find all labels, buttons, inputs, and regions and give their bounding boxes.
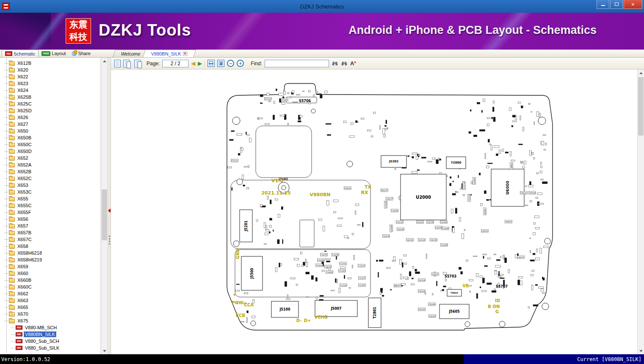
tree-folder-x658[interactable]: X658 — [4, 243, 100, 250]
close-button[interactable]: ✕ — [624, 0, 642, 9]
folder-tree: X612BX620X622X623X624X625BX625CX625DX626… — [0, 58, 100, 351]
tree-guide — [4, 314, 8, 314]
folder-icon — [9, 156, 15, 161]
find-input[interactable] — [265, 60, 329, 67]
tree-guide — [4, 300, 8, 301]
folder-icon — [9, 61, 15, 66]
tree-folder-x662[interactable]: X662 — [4, 290, 100, 297]
tab-layout[interactable]: PADS Layout — [39, 50, 69, 57]
tree-folder-x652b[interactable]: X652B — [4, 168, 100, 175]
zoom-in-icon[interactable]: + — [237, 60, 244, 67]
tree-folder-x623[interactable]: X623 — [4, 80, 100, 87]
tree-folder-x655c[interactable]: X655C — [4, 202, 100, 209]
tree-folder-x652a[interactable]: X652A — [4, 161, 100, 168]
tree-folder-x650d[interactable]: X650D — [4, 148, 100, 155]
viewer-scrollbar[interactable] — [637, 69, 644, 354]
tree-folder-x655[interactable]: X655 — [4, 195, 100, 202]
tree-folder-x657c[interactable]: X657C — [4, 236, 100, 243]
tree-folder-x660[interactable]: X660 — [4, 270, 100, 277]
tree-folder-x625b[interactable]: X625B — [4, 94, 100, 100]
panel-splitter[interactable] — [108, 58, 111, 354]
previous-page-icon[interactable]: ◀ — [191, 60, 195, 67]
minimize-button[interactable] — [597, 0, 609, 9]
tree-file-v880_sub_sch[interactable]: PDFV880_Sub_SCH — [4, 338, 100, 345]
pads-icon: PADS — [41, 51, 50, 56]
folder-icon — [9, 150, 15, 154]
tree-folder-x627[interactable]: X627 — [4, 121, 100, 128]
font-size-icon[interactable]: Aa — [350, 60, 356, 67]
tree-folder-x655f[interactable]: X655F — [4, 209, 100, 216]
tree-folder-x622[interactable]: X622 — [4, 73, 100, 80]
tree-file-label: V880_Sub_SCH — [24, 339, 60, 344]
tree-folder-x624[interactable]: X624 — [4, 87, 100, 94]
svg-text:C1322: C1322 — [340, 284, 347, 286]
tree-folder-x657b[interactable]: X657B — [4, 229, 100, 236]
tree-scrollbar[interactable] — [101, 58, 108, 354]
next-page-icon[interactable]: ▶ — [198, 60, 202, 67]
fit-width-icon[interactable] — [207, 60, 215, 67]
window-title: DZKJ Schematics — [0, 3, 644, 10]
pcb-page[interactable]: J5202Y2000U2000U6000J5201J5500J5100J5007… — [173, 71, 575, 354]
tree-folder-x652[interactable]: X652 — [4, 155, 100, 161]
tree-folder-x659[interactable]: X659 — [4, 263, 100, 270]
tree-folder-x625d[interactable]: X625D — [4, 107, 100, 114]
tree-folder-x660c[interactable]: X660C — [4, 283, 100, 290]
tree-guide — [4, 219, 8, 220]
tree-folder-x658h6218[interactable]: X658H6218 — [4, 250, 100, 256]
scroll-up-icon[interactable] — [638, 69, 644, 76]
tree-folder-x612b[interactable]: X612B — [4, 60, 100, 67]
svg-text:L6001: L6001 — [511, 163, 513, 169]
pcb-svg[interactable]: J5202Y2000U2000U6000J5201J5500J5100J5007… — [173, 71, 575, 354]
tree-scrollbar-thumb[interactable] — [102, 189, 107, 240]
folder-icon — [9, 122, 15, 127]
tree-folder-x675[interactable]: X675 — [4, 317, 100, 324]
svg-text:T2801: T2801 — [373, 307, 377, 319]
copy-page-icon[interactable] — [134, 60, 141, 67]
find-previous-icon[interactable] — [332, 61, 338, 66]
maximize-button[interactable] — [610, 0, 623, 9]
tree-folder-x650c[interactable]: X650C — [4, 141, 100, 148]
single-page-icon[interactable] — [114, 60, 121, 67]
fit-page-icon[interactable] — [217, 60, 224, 67]
tab-share[interactable]: Share — [69, 50, 93, 57]
splitter-grip[interactable] — [109, 236, 110, 237]
tree-folder-x657[interactable]: X657 — [4, 222, 100, 229]
tree-folder-x663[interactable]: X663 — [4, 297, 100, 304]
tree-folder-label: X650 — [17, 128, 29, 133]
tree-folder-x652c[interactable]: X652C — [4, 175, 100, 182]
tree-file-v880-mb_sch[interactable]: PDFV880-MB_SCH — [4, 324, 100, 331]
viewer-scrollbar-thumb[interactable] — [638, 77, 644, 136]
find-label: Find: — [251, 61, 262, 67]
scroll-down-icon[interactable] — [101, 347, 108, 354]
collapse-panel-icon[interactable] — [108, 208, 111, 213]
svg-text:J5100: J5100 — [279, 308, 290, 311]
svg-text:ID: ID — [495, 298, 500, 303]
tree-folder-x653c[interactable]: X653C — [4, 189, 100, 195]
pdf-icon: PDF — [16, 346, 22, 350]
tree-file-v880_sub_silk[interactable]: PDFV880_Sub_SILK — [4, 345, 100, 351]
find-next-icon[interactable] — [341, 61, 348, 66]
tree-folder-x653[interactable]: X653 — [4, 182, 100, 189]
tree-folder-x650b[interactable]: X650B — [4, 134, 100, 141]
tree-folder-x626[interactable]: X626 — [4, 114, 100, 121]
tree-folder-x665[interactable]: X665 — [4, 304, 100, 311]
tree-folder-x650[interactable]: X650 — [4, 128, 100, 134]
tree-folder-x620[interactable]: X620 — [4, 67, 100, 73]
tab-bar: PDF Schematic PADS Layout Share Welcome … — [0, 50, 644, 58]
tree-folder-x658h6219[interactable]: X658H6219 — [4, 256, 100, 263]
zoom-out-icon[interactable]: − — [227, 60, 234, 67]
multi-page-icon[interactable] — [123, 60, 130, 67]
page-number-input[interactable] — [162, 60, 188, 67]
tree-file-v880bn_silk[interactable]: PDFV880BN_SILK — [4, 331, 100, 338]
document-viewer[interactable]: J5202Y2000U2000U6000J5201J5500J5100J5007… — [111, 69, 637, 354]
scroll-up-icon[interactable] — [101, 58, 108, 64]
tab-close-icon[interactable]: ✕ — [183, 52, 188, 56]
tree-folder-x625c[interactable]: X625C — [4, 100, 100, 107]
tree-folder-x656[interactable]: X656 — [4, 216, 100, 222]
tab-schematic[interactable]: PDF Schematic — [2, 50, 39, 57]
doc-tab-v880bn-silk[interactable]: V880BN_SILK ✕ — [143, 50, 196, 57]
tree-folder-label: X626 — [17, 115, 29, 120]
tree-folder-x670[interactable]: X670 — [4, 311, 100, 317]
tree-folder-x660b[interactable]: X660B — [4, 277, 100, 283]
scroll-down-icon[interactable] — [638, 347, 644, 354]
